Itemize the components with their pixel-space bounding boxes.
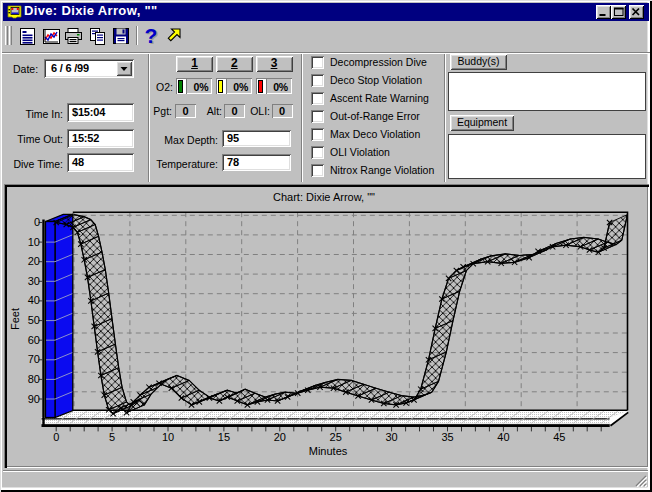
svg-text:?: ? <box>145 27 158 45</box>
